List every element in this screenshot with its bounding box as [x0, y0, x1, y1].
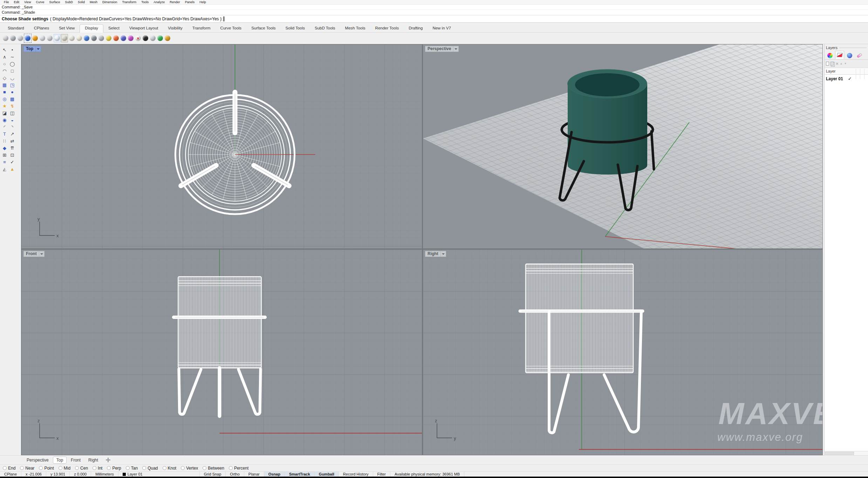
status-cell[interactable]: z 0.000: [70, 472, 91, 477]
toolbar-tab[interactable]: New in V7: [428, 25, 456, 32]
toolbar-tab[interactable]: Visibility: [163, 25, 187, 32]
osnap-checkbox[interactable]: [107, 466, 111, 470]
viewport-perspective[interactable]: Perspective: [423, 45, 822, 248]
display-panel-tab[interactable]: [825, 52, 834, 59]
circle-icon[interactable]: ○: [1, 61, 8, 67]
raytraced-display-icon[interactable]: [32, 34, 39, 42]
control-point-curve-icon[interactable]: ∼: [9, 54, 16, 60]
polyline-icon[interactable]: ∧: [1, 54, 8, 60]
osnap-checkbox[interactable]: [93, 466, 96, 470]
sun-study-icon[interactable]: [112, 34, 119, 42]
rendered-display-icon[interactable]: [24, 34, 31, 42]
rectangular-array-icon[interactable]: ⊞: [1, 152, 8, 158]
osnap-toggle[interactable]: Near: [20, 466, 34, 471]
viewport-menu-arrow-icon[interactable]: [35, 46, 41, 52]
viewport-title-right[interactable]: Right: [425, 251, 446, 257]
screen-capture-icon[interactable]: [142, 34, 149, 42]
osnap-checkbox[interactable]: [20, 466, 24, 470]
menu-item[interactable]: Edit: [12, 0, 22, 4]
viewport-title-top[interactable]: Top: [23, 46, 41, 52]
osnap-toggle[interactable]: Vertex: [181, 466, 198, 471]
status-cell[interactable]: Osnap: [264, 472, 285, 477]
osnap-checkbox[interactable]: [3, 466, 7, 470]
sphere-icon[interactable]: ●: [9, 89, 16, 95]
toolbar-tab[interactable]: Mesh Tools: [340, 25, 370, 32]
command-prompt-options[interactable]: ( DisplayMode=Rendered DrawCurves=Yes Dr…: [50, 16, 223, 21]
osnap-toggle[interactable]: Mid: [59, 466, 70, 471]
toolbar-tab[interactable]: Transform: [187, 25, 216, 32]
shade-selected-icon[interactable]: [76, 34, 83, 42]
osnap-toggle[interactable]: Percent: [229, 466, 248, 471]
front-viewport-canvas[interactable]: z x: [21, 250, 422, 455]
viewport-front[interactable]: z x Front: [21, 250, 422, 455]
osnap-checkbox[interactable]: [181, 466, 185, 470]
osnap-toggle[interactable]: Int: [93, 466, 102, 471]
status-cell[interactable]: Filter: [373, 472, 390, 477]
trim-icon[interactable]: ◪: [1, 110, 8, 116]
flat-shade-icon[interactable]: [68, 34, 75, 42]
toolbar-tab[interactable]: Standard: [3, 25, 29, 32]
osnap-checkbox[interactable]: [75, 466, 79, 470]
text-object-icon[interactable]: T: [1, 131, 8, 137]
toolbar-tab[interactable]: Surface Tools: [246, 25, 280, 32]
osnap-toggle[interactable]: Cen: [75, 466, 88, 471]
copy-layer-icon[interactable]: [831, 62, 834, 66]
delete-layer-icon[interactable]: ×: [836, 61, 839, 66]
shaded-display-icon[interactable]: [9, 34, 16, 42]
toolbar-tab[interactable]: Viewport Layout: [124, 25, 163, 32]
menu-item[interactable]: Help: [197, 0, 209, 4]
technical-display-icon[interactable]: [46, 34, 53, 42]
status-cell[interactable]: Record History: [339, 472, 373, 477]
select-pointer-icon[interactable]: ↖: [1, 47, 8, 53]
menu-item[interactable]: SubD: [62, 0, 75, 4]
materials-panel-tab[interactable]: [845, 52, 854, 59]
osnap-toggle[interactable]: Quad: [142, 466, 158, 471]
current-layer-check[interactable]: ✓: [848, 76, 852, 81]
menu-item[interactable]: Curve: [33, 0, 47, 4]
render-window-icon[interactable]: [98, 34, 105, 42]
menu-item[interactable]: Solid: [75, 0, 87, 4]
ellipse-icon[interactable]: ◯: [9, 61, 16, 67]
toolbar-tab[interactable]: SubD Tools: [310, 25, 340, 32]
osnap-toggle[interactable]: Perp: [107, 466, 121, 471]
viewport-title-front[interactable]: Front: [23, 251, 45, 257]
mesh-surface-icon[interactable]: ▩: [9, 96, 16, 102]
render-icon[interactable]: [90, 34, 97, 42]
torus-icon[interactable]: ◎: [1, 96, 8, 102]
split-icon[interactable]: ◫: [9, 110, 16, 116]
wireframe-display-icon[interactable]: [2, 34, 9, 42]
menu-item[interactable]: File: [1, 0, 12, 4]
viewport-right[interactable]: z y MAXVE www.maxve.org Right: [423, 250, 822, 455]
curve-boolean-icon[interactable]: ↯: [9, 103, 16, 109]
toolbar-tab[interactable]: Render Tools: [370, 25, 404, 32]
status-cell[interactable]: CPlane: [0, 472, 21, 477]
menu-item[interactable]: Panels: [183, 0, 197, 4]
status-cell[interactable]: Grid Snap: [200, 472, 226, 477]
arc-icon[interactable]: ◠: [1, 68, 8, 74]
arctic-display-icon[interactable]: [54, 34, 61, 42]
viewport-title-label[interactable]: Front: [24, 251, 39, 257]
status-cell[interactable]: y 13.901: [46, 472, 70, 477]
point-icon[interactable]: •: [9, 47, 16, 53]
blend-curve-icon[interactable]: ◡: [9, 75, 16, 81]
osnap-toggle[interactable]: Between: [203, 466, 224, 471]
osnap-toggle[interactable]: End: [3, 466, 15, 471]
status-cell[interactable]: Millimeters: [91, 472, 118, 477]
xray-display-icon[interactable]: [39, 34, 46, 42]
cone-icon[interactable]: ▲: [9, 166, 16, 172]
toolbar-tab[interactable]: Curve Tools: [216, 25, 247, 32]
osnap-checkbox[interactable]: [203, 466, 206, 470]
toolbar-tab[interactable]: Drafting: [404, 25, 428, 32]
rectangle-icon[interactable]: □: [9, 68, 16, 74]
menu-item[interactable]: Mesh: [87, 0, 100, 4]
viewport-menu-arrow-icon[interactable]: [453, 46, 458, 52]
status-cell[interactable]: Layer 01: [118, 472, 200, 477]
viewport-tab[interactable]: Front: [67, 457, 84, 464]
surface-corner-icon[interactable]: ◳: [9, 82, 16, 88]
move-layer-down-icon[interactable]: ▼: [844, 62, 847, 65]
osnap-checkbox[interactable]: [126, 466, 130, 470]
point-edit-icon[interactable]: ✓: [9, 159, 16, 165]
layers-panel-tab[interactable]: [835, 51, 844, 59]
extend-curve-icon[interactable]: ◝: [9, 124, 16, 130]
osnap-checkbox[interactable]: [229, 466, 233, 470]
